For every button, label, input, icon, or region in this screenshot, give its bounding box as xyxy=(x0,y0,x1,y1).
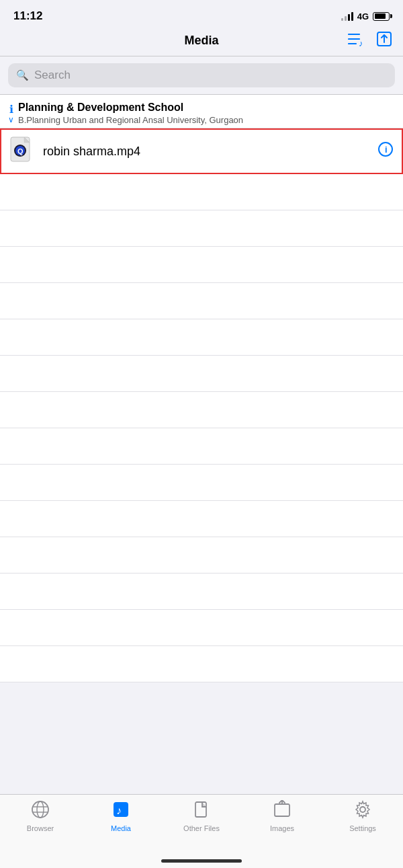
svg-point-14 xyxy=(32,801,48,818)
svg-text:Q: Q xyxy=(17,147,24,155)
empty-row-14 xyxy=(0,646,403,682)
empty-row-10 xyxy=(0,501,403,537)
tab-bar: Browser ♪ Media Other Files xyxy=(0,794,403,868)
search-bar[interactable]: 🔍 Search xyxy=(8,63,395,87)
browser-icon xyxy=(31,800,50,822)
empty-row-8 xyxy=(0,428,403,465)
tab-other-files[interactable]: Other Files xyxy=(161,800,242,832)
empty-row-13 xyxy=(0,610,403,646)
section-subtitle: B.Planning Urban and Regional Ansal Univ… xyxy=(18,115,243,125)
file-icon: Q xyxy=(9,136,35,166)
tab-browser[interactable]: Browser xyxy=(0,800,81,832)
tab-settings-label: Settings xyxy=(349,824,376,832)
tab-browser-label: Browser xyxy=(27,824,54,832)
battery-icon xyxy=(373,12,390,21)
empty-row-12 xyxy=(0,574,403,610)
svg-text:i: i xyxy=(385,145,388,155)
file-list: Q robin sharma.mp4 i xyxy=(0,128,403,682)
empty-row-11 xyxy=(0,537,403,574)
svg-point-24 xyxy=(360,807,365,812)
signal-icon xyxy=(341,11,353,21)
file-name: robin sharma.mp4 xyxy=(43,145,372,159)
status-time: 11:12 xyxy=(13,9,42,23)
status-bar: 11:12 4G xyxy=(0,0,403,28)
empty-row-1 xyxy=(0,174,403,210)
file-row[interactable]: Q robin sharma.mp4 i xyxy=(0,128,403,174)
empty-row-9 xyxy=(0,465,403,501)
tab-other-files-label: Other Files xyxy=(183,824,220,832)
section-header: ℹ ∨ Planning & Development School B.Plan… xyxy=(0,95,403,128)
tab-images-label: Images xyxy=(270,824,294,832)
nav-actions: ♪ xyxy=(348,31,392,51)
subtitle-bold: B.Planning Urban and Regional xyxy=(18,115,140,125)
network-label: 4G xyxy=(357,11,369,22)
nav-bar: Media ♪ xyxy=(0,28,403,56)
svg-rect-22 xyxy=(275,804,289,816)
empty-row-4 xyxy=(0,283,403,319)
tab-media[interactable]: ♪ Media xyxy=(81,800,161,832)
page-title: Media xyxy=(184,34,218,48)
tab-images[interactable]: Images xyxy=(242,800,322,832)
media-icon: ♪ xyxy=(111,800,130,822)
tab-settings[interactable]: Settings xyxy=(322,800,403,832)
section-title: Planning & Development School xyxy=(18,102,243,114)
status-icons: 4G xyxy=(341,11,390,22)
images-icon xyxy=(273,800,292,822)
settings-icon xyxy=(353,800,372,822)
search-input[interactable]: Search xyxy=(34,69,71,82)
empty-row-2 xyxy=(0,210,403,247)
search-icon: 🔍 xyxy=(16,69,29,81)
tab-media-label: Media xyxy=(111,824,131,832)
share-icon[interactable] xyxy=(376,31,392,51)
subtitle-rest: Ansal University, Gurgaon xyxy=(140,115,243,125)
svg-point-15 xyxy=(37,801,44,818)
empty-row-7 xyxy=(0,392,403,428)
home-indicator xyxy=(161,859,242,863)
empty-row-5 xyxy=(0,319,403,356)
empty-row-3 xyxy=(0,247,403,283)
empty-row-6 xyxy=(0,356,403,392)
other-files-icon xyxy=(192,800,211,822)
music-list-icon[interactable]: ♪ xyxy=(348,32,365,50)
svg-rect-20 xyxy=(195,802,206,817)
svg-text:♪: ♪ xyxy=(359,38,363,46)
file-info-button[interactable]: i xyxy=(377,141,394,161)
svg-text:♪: ♪ xyxy=(116,805,122,816)
search-container: 🔍 Search xyxy=(0,56,403,94)
info-expand-icon[interactable]: ℹ ∨ xyxy=(8,103,14,124)
